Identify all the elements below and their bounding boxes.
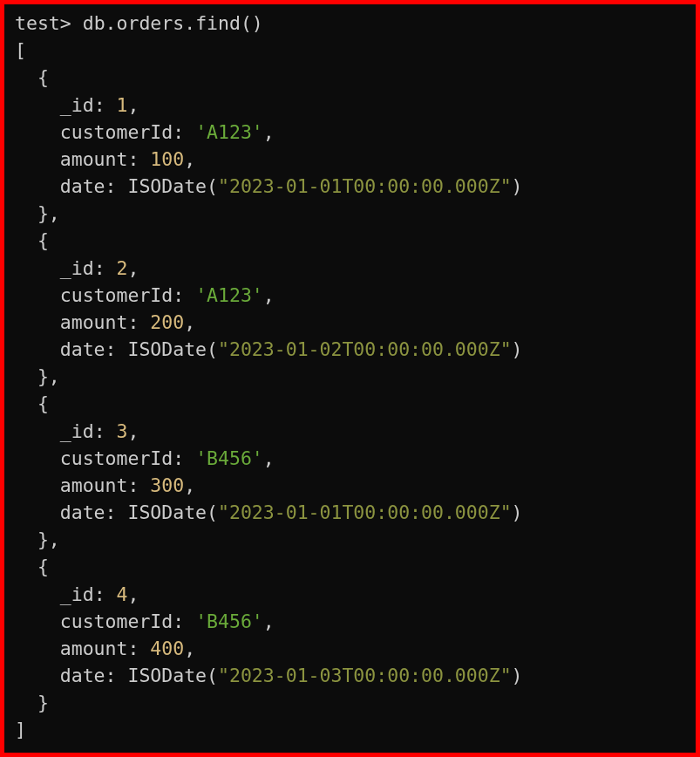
terminal-output: test> db.orders.find() [ { _id: 1, custo…	[0, 0, 700, 757]
prompt-prefix: test>	[15, 12, 71, 34]
value-id-1: 2	[117, 257, 128, 279]
field-amount: amount	[60, 311, 128, 333]
field-date: date	[60, 338, 105, 360]
iso-fn: ISODate	[127, 501, 207, 523]
field-id: _id	[60, 94, 94, 116]
field-amount: amount	[60, 474, 128, 496]
object-open: {	[37, 66, 49, 88]
iso-fn: ISODate	[127, 338, 207, 360]
value-cust-1: 'A123'	[195, 284, 263, 306]
value-amount-3: 400	[150, 638, 184, 659]
iso-fn: ISODate	[127, 665, 207, 686]
field-customer: customerId	[60, 284, 173, 306]
field-amount: amount	[60, 638, 128, 659]
field-date: date	[60, 501, 105, 523]
object-open: {	[37, 556, 49, 577]
value-date-1: 2023-01-02T00:00:00.000Z	[229, 338, 500, 360]
object-open: {	[37, 229, 49, 251]
value-date-3: 2023-01-03T00:00:00.000Z	[229, 665, 500, 686]
value-id-0: 1	[117, 94, 128, 116]
field-id: _id	[60, 420, 94, 442]
value-id-2: 3	[117, 420, 128, 442]
array-open: [	[15, 39, 26, 61]
object-close: }	[37, 692, 49, 713]
field-date: date	[60, 665, 105, 686]
field-date: date	[60, 175, 105, 197]
array-close: ]	[15, 719, 26, 740]
object-open: {	[37, 392, 49, 414]
value-date-2: 2023-01-01T00:00:00.000Z	[229, 501, 500, 523]
value-cust-2: 'B456'	[195, 447, 263, 469]
value-amount-0: 100	[150, 148, 184, 170]
value-id-3: 4	[117, 583, 128, 605]
value-amount-1: 200	[150, 311, 184, 333]
iso-fn: ISODate	[127, 175, 207, 197]
object-close: },	[37, 365, 60, 387]
prompt-line[interactable]: test> db.orders.find()	[15, 12, 263, 34]
field-amount: amount	[60, 148, 128, 170]
command-text: db.orders.find()	[83, 12, 263, 34]
value-cust-3: 'B456'	[195, 610, 263, 632]
object-close: },	[37, 202, 60, 224]
field-customer: customerId	[60, 610, 173, 632]
field-id: _id	[60, 583, 94, 605]
field-customer: customerId	[60, 447, 173, 469]
field-customer: customerId	[60, 121, 173, 143]
value-date-0: 2023-01-01T00:00:00.000Z	[229, 175, 500, 197]
object-close: },	[37, 529, 60, 550]
value-amount-2: 300	[150, 474, 184, 496]
value-cust-0: 'A123'	[195, 121, 263, 143]
field-id: _id	[60, 257, 94, 279]
